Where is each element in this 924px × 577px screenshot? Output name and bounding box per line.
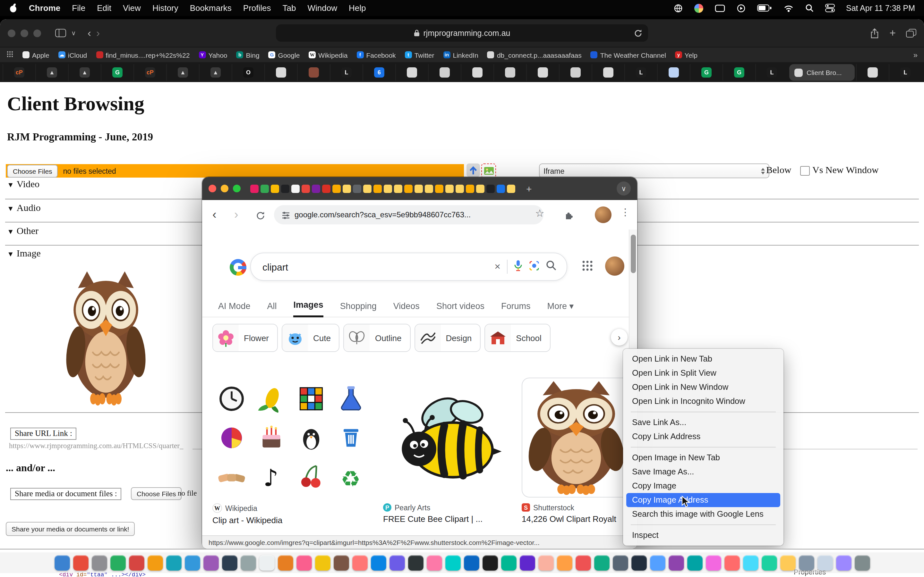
chip-outline[interactable]: Outline	[344, 324, 410, 352]
popup-tab-favicon[interactable]	[435, 184, 443, 193]
popup-tab-favicon[interactable]	[415, 184, 423, 193]
extensions-puzzle-icon[interactable]	[564, 210, 573, 222]
reload-icon[interactable]	[634, 29, 642, 39]
menu-view[interactable]: View	[123, 3, 141, 13]
sidebar-toggle-icon[interactable]	[55, 29, 66, 37]
display-icon[interactable]	[714, 4, 725, 12]
dock-app-icon[interactable]	[389, 555, 405, 571]
battery-icon[interactable]	[757, 5, 772, 11]
collage-recycle-image[interactable]: ♻	[332, 458, 370, 496]
browser-tab[interactable]: L	[330, 64, 363, 81]
popup-tab-favicon[interactable]	[497, 184, 505, 193]
collage-pie-image[interactable]	[212, 419, 251, 457]
dock-app-icon[interactable]	[668, 555, 684, 571]
dock-app-icon[interactable]	[147, 555, 163, 571]
section-image[interactable]: ▼Image	[7, 248, 41, 259]
dock-app-icon[interactable]	[371, 555, 386, 571]
browser-tab[interactable]	[856, 64, 889, 81]
dock-app-icon[interactable]	[817, 555, 833, 571]
choose-files-button[interactable]: Choose Files	[7, 164, 58, 177]
browser-tab[interactable]	[461, 64, 493, 81]
menu-edit[interactable]: Edit	[97, 3, 111, 13]
spotlight-icon[interactable]	[805, 4, 813, 12]
dock-app-icon[interactable]	[445, 555, 460, 571]
dock-app-icon[interactable]	[110, 555, 126, 571]
dock-app-icon[interactable]	[557, 555, 572, 571]
collage-note-image[interactable]: ♪	[252, 458, 291, 496]
result-image-collage[interactable]: ♪♻	[212, 380, 370, 496]
popup-tab-favicon[interactable]	[302, 184, 310, 193]
bookmark-icloud[interactable]: ☁iCloud	[58, 51, 87, 59]
vs-new-window-checkbox[interactable]	[800, 166, 810, 176]
chip-school[interactable]: School	[485, 324, 551, 352]
browser-tab[interactable]: ▲	[166, 64, 199, 81]
menu-help[interactable]: Help	[349, 3, 366, 13]
dock-app-icon[interactable]	[222, 555, 237, 571]
dock-app-icon[interactable]	[129, 555, 144, 571]
profile-avatar[interactable]	[595, 206, 612, 223]
bookmarks-overflow-chevron[interactable]: »	[913, 50, 918, 59]
network-icon[interactable]	[674, 3, 682, 13]
popup-tab-favicon[interactable]	[342, 184, 351, 193]
bookmark-apple[interactable]: Apple	[23, 51, 49, 59]
minimize-button[interactable]	[21, 29, 28, 37]
bookmark-twitter[interactable]: tTwitter	[405, 51, 435, 59]
close-button[interactable]	[8, 29, 15, 37]
popup-back-button[interactable]: ‹	[212, 208, 216, 221]
result-source[interactable]: Pearly Arts	[395, 504, 430, 511]
image-mode-icon[interactable]	[481, 163, 496, 178]
menu-item-inspect[interactable]: Inspect	[626, 528, 780, 542]
browser-tab[interactable]: L	[755, 64, 788, 81]
dock-app-icon[interactable]	[687, 555, 702, 571]
browser-tab[interactable]: G	[101, 64, 134, 81]
dock-app-icon[interactable]	[333, 555, 349, 571]
menu-item-open-link-new-window[interactable]: Open Link in New Window	[626, 380, 780, 394]
popup-tab-favicon[interactable]	[404, 184, 413, 193]
popup-tab-favicon[interactable]	[250, 184, 258, 193]
popup-tab-favicon[interactable]	[466, 184, 474, 193]
chip-cute[interactable]: Cute	[282, 324, 340, 352]
browser-tab[interactable]	[264, 64, 297, 81]
dock-app-icon[interactable]	[743, 555, 758, 571]
popup-address-bar[interactable]: google.com/search?sca_esv=5e9bb948607cc7…	[274, 205, 543, 224]
play-icon[interactable]	[736, 3, 745, 13]
share-media-label[interactable]: Share media or document files :	[10, 488, 121, 500]
dock-app-icon[interactable]	[240, 555, 256, 571]
google-logo[interactable]	[230, 259, 246, 276]
menu-profiles[interactable]: Profiles	[243, 3, 271, 13]
popup-new-tab-button[interactable]: +	[526, 183, 532, 194]
popup-close-button[interactable]	[208, 185, 216, 192]
upload-icon[interactable]	[467, 163, 480, 177]
dock-app-icon[interactable]	[315, 555, 330, 571]
browser-tab[interactable]: ▲	[68, 64, 101, 81]
collage-cube-image[interactable]	[292, 380, 330, 418]
bookmark-star-icon[interactable]: ☆	[535, 208, 544, 219]
dock-app-icon[interactable]	[73, 555, 88, 571]
collage-bin-image[interactable]	[332, 419, 370, 457]
dock-app-icon[interactable]	[855, 555, 870, 571]
tab-videos[interactable]: Videos	[393, 301, 420, 317]
chips-scroll-arrow[interactable]: ›	[611, 329, 628, 346]
popup-tab-favicon[interactable]	[291, 184, 300, 193]
tab-forums[interactable]: Forums	[501, 301, 531, 317]
popup-tab-favicon[interactable]	[271, 184, 279, 193]
popup-minimize-button[interactable]	[221, 185, 228, 192]
dock-app-icon[interactable]	[352, 555, 367, 571]
google-account-avatar[interactable]	[605, 256, 624, 276]
bookmark-weather-channel[interactable]: The Weather Channel	[591, 51, 666, 59]
new-tab-icon[interactable]: +	[889, 27, 896, 39]
dock-app-icon[interactable]	[482, 555, 498, 571]
browser-tab[interactable]: L	[624, 64, 657, 81]
photos-icon[interactable]	[694, 3, 703, 13]
bookmark-bing[interactable]: bBing	[236, 51, 260, 59]
target-select[interactable]: Iframe	[539, 163, 769, 178]
browser-tab[interactable]: G	[722, 64, 755, 81]
dock-app-icon[interactable]	[203, 555, 218, 571]
zoom-button[interactable]	[33, 29, 41, 37]
result-title[interactable]: FREE Cute Bee Clipart | ...	[383, 514, 483, 524]
collage-cherries-image[interactable]	[292, 458, 330, 496]
dock-app-icon[interactable]	[612, 555, 628, 571]
menu-window[interactable]: Window	[308, 3, 338, 13]
dock-app-icon[interactable]	[780, 555, 795, 571]
popup-tab-favicon[interactable]	[394, 184, 402, 193]
